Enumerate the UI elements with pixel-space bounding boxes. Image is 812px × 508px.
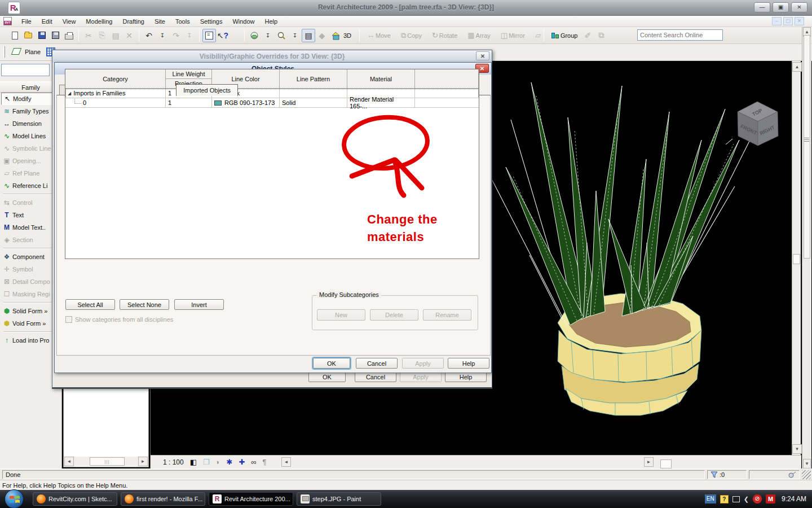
menu-site[interactable]: Site	[149, 17, 170, 26]
minimize-button[interactable]: —	[754, 2, 770, 12]
pin-icon[interactable]: ✐	[581, 29, 594, 42]
rename-subcategory-button[interactable]: Rename	[423, 309, 471, 321]
start-button[interactable]	[5, 489, 24, 508]
sidebar-item-symbol[interactable]: ✛Symbol	[1, 263, 60, 275]
row2-material-cell[interactable]: Render Material 165-...	[347, 98, 415, 108]
visibility-dialog-titlebar[interactable]: Visibility/Graphic Overrides for 3D View…	[52, 50, 492, 63]
sidebar-item-model-text[interactable]: MModel Text..	[1, 221, 60, 234]
visibility-close-icon[interactable]: ✕	[476, 51, 489, 60]
resize-grip[interactable]	[802, 470, 811, 479]
save-all-icon[interactable]	[48, 29, 62, 42]
sidebar-item-ref-plane[interactable]: ▱Ref Plane	[1, 167, 60, 179]
zoom-dropdown-icon[interactable]: ↧	[288, 29, 302, 42]
mirror-tool-icon[interactable]: ◫	[501, 31, 508, 40]
select-none-button[interactable]: Select None	[120, 299, 169, 310]
shaded-mode-icon[interactable]: ◆	[315, 29, 329, 42]
sidebar-item-section[interactable]: ◈Section	[1, 234, 60, 246]
toolbar-grip[interactable]	[3, 46, 5, 58]
undo-dropdown-icon[interactable]: ↧	[156, 29, 169, 42]
zoom-icon[interactable]	[275, 29, 288, 42]
menu-modelling[interactable]: Modelling	[81, 17, 117, 26]
ok-button[interactable]: OK	[313, 358, 350, 369]
sidebar-item-family-types[interactable]: ≋Family Types	[1, 105, 60, 117]
help-tray-icon[interactable]: ?	[720, 495, 729, 503]
splitter-grip[interactable]	[804, 138, 809, 142]
link-icon[interactable]: ⧉	[594, 29, 608, 42]
menu-view[interactable]: View	[58, 17, 81, 26]
taskbar-task-4[interactable]: step4.JPG - Paint	[297, 492, 381, 506]
hscroll-thumb[interactable]	[660, 459, 672, 468]
menu-file[interactable]: File	[16, 17, 37, 26]
content-search-input[interactable]	[638, 32, 722, 38]
col-material[interactable]: Material	[347, 69, 415, 89]
outer-scroll-down-icon[interactable]: ▼	[803, 459, 811, 468]
invert-button[interactable]: Invert	[174, 299, 224, 310]
orbit-dropdown-icon[interactable]: ↧	[261, 29, 275, 42]
row2-linepattern-cell[interactable]: Solid	[280, 98, 347, 108]
sidebar-item-control[interactable]: ⇆Control	[1, 196, 60, 209]
mdi-minimize-icon[interactable]: –	[772, 17, 782, 25]
restore-button[interactable]: ▣	[773, 2, 789, 12]
new-subcategory-button[interactable]: New	[317, 309, 365, 321]
sidebar-item-void-form[interactable]: ⬢Void Form »	[1, 317, 60, 330]
blocked-tray-icon[interactable]: ⊘	[753, 494, 762, 503]
move-tool-icon[interactable]: ↔	[367, 31, 374, 40]
context-help-icon[interactable]: ↖?	[216, 29, 230, 42]
row2-linecolor-cell[interactable]: RGB 090-173-173	[212, 98, 280, 108]
menu-edit[interactable]: Edit	[37, 17, 58, 26]
tray-chevron-icon[interactable]: ❮	[744, 496, 749, 503]
detail-level-icon[interactable]: ◧	[190, 458, 197, 466]
clock[interactable]: 9:24 AM	[782, 495, 806, 503]
sidebar-item-component[interactable]: ❖Component	[1, 251, 60, 263]
taskbar-task-1[interactable]: RevitCity.com | Sketc...	[33, 492, 117, 506]
close-button[interactable]: ✕	[791, 2, 807, 12]
undo-icon[interactable]: ↶	[142, 29, 156, 42]
project-browser-toggle-icon[interactable]	[202, 29, 216, 42]
model-graphics-icon[interactable]: ❒	[203, 458, 210, 466]
sidebar-item-modify[interactable]: ↖Modify	[1, 93, 60, 105]
group-icon[interactable]	[551, 33, 559, 38]
sidebar-item-model-lines[interactable]: ∿Model Lines	[1, 130, 60, 142]
new-file-icon[interactable]	[8, 29, 21, 42]
shadows-icon[interactable]: ◗	[216, 458, 220, 466]
orbit-icon[interactable]	[248, 29, 261, 42]
delete-icon[interactable]: ✕	[122, 29, 136, 42]
plane-button[interactable]: Plane	[25, 49, 41, 55]
menu-tools[interactable]: Tools	[170, 17, 195, 26]
col-line-weight[interactable]: Line Weight	[166, 69, 212, 79]
type-selector-combo[interactable]	[1, 64, 50, 76]
hscroll-right-icon[interactable]: ►	[644, 457, 654, 467]
default-3d-view-icon[interactable]	[329, 29, 342, 42]
delete-subcategory-button[interactable]: Delete	[370, 309, 418, 321]
sidebar-item-detail-compo[interactable]: ⊠Detail Compo	[1, 275, 60, 288]
copy-tool-icon[interactable]: ⧉	[401, 31, 406, 40]
visibility-graphics-icon[interactable]: ▤	[302, 29, 315, 42]
open-file-icon[interactable]	[21, 29, 35, 42]
outer-scroll-thumb[interactable]	[804, 35, 810, 259]
row1-linepattern-cell[interactable]	[280, 89, 347, 98]
copy-icon[interactable]: ⎘	[95, 29, 109, 42]
sidebar-item-dimension[interactable]: ↔Dimension	[1, 117, 60, 130]
hscroll-left-icon[interactable]: ◄	[281, 457, 291, 467]
menu-drafting[interactable]: Drafting	[117, 17, 149, 26]
crop-region-icon[interactable]: ✱	[227, 458, 233, 466]
scroll-up-icon[interactable]: ▲	[792, 62, 802, 72]
scroll-down-icon[interactable]: ▼	[792, 444, 802, 454]
view-hscrollbar[interactable]: ◄ ►	[281, 457, 654, 467]
paste-icon[interactable]: ▤	[109, 29, 122, 42]
mdi-restore-icon[interactable]: ▢	[783, 17, 793, 25]
browser-hscrollbar[interactable]: ◄ ||| ►	[64, 457, 148, 466]
menu-window[interactable]: Window	[227, 17, 259, 26]
mcafee-tray-icon[interactable]: M	[766, 494, 775, 503]
modify-handles-icon[interactable]: ▱	[535, 31, 541, 40]
col-category[interactable]: Category	[65, 69, 166, 89]
mdi-close-icon[interactable]: ✕	[795, 17, 804, 25]
communication-center-icon[interactable]	[788, 471, 796, 478]
window-tray-icon[interactable]	[732, 496, 740, 502]
save-icon[interactable]	[35, 29, 48, 42]
redo-dropdown-icon[interactable]: ↧	[183, 29, 196, 42]
language-indicator[interactable]: EN	[705, 494, 716, 503]
menu-help[interactable]: Help	[260, 17, 283, 26]
menu-settings[interactable]: Settings	[195, 17, 228, 26]
sidebar-item-opening[interactable]: ▣Opening...	[1, 155, 60, 167]
